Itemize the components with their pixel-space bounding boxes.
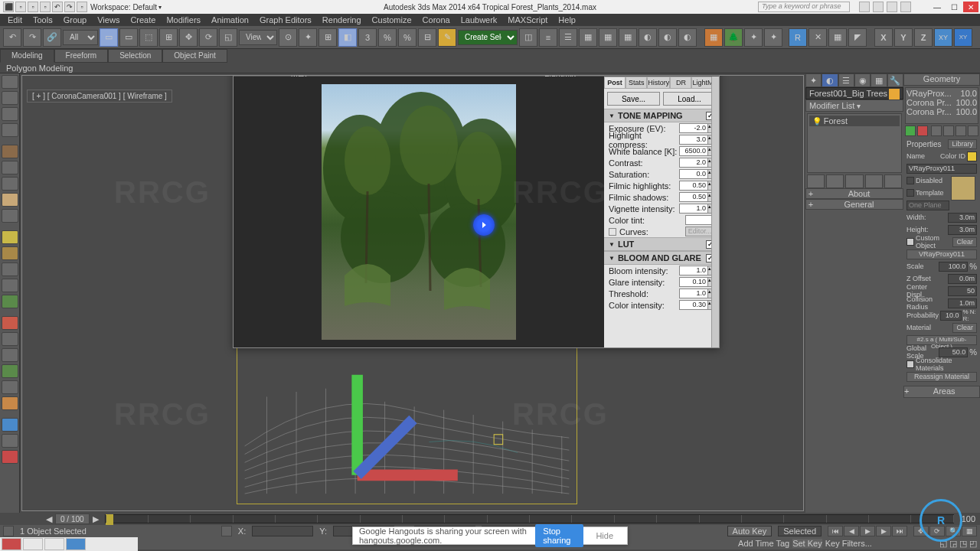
corona-lightmix-button[interactable]: Interactive LightMix: [538, 75, 598, 76]
pack-button[interactable]: ▦: [704, 28, 723, 47]
hammer-icon[interactable]: ✦: [744, 28, 763, 47]
remove-mod-icon[interactable]: [865, 174, 883, 188]
bloom-input[interactable]: 1.0: [679, 266, 708, 276]
corona-tomax-icon[interactable]: [275, 75, 284, 76]
goto-start-icon[interactable]: ⏮: [828, 526, 843, 536]
tab-stats[interactable]: Stats: [626, 77, 647, 89]
add-icon[interactable]: [905, 126, 916, 136]
tab-modify-icon[interactable]: ◐: [822, 73, 838, 87]
ribbon-sub-label[interactable]: Polygon Modeling: [6, 64, 73, 73]
menu-edit[interactable]: Edit: [3, 15, 27, 24]
tab-hierarchy-icon[interactable]: ☰: [838, 73, 854, 87]
corona-render-icon[interactable]: [669, 75, 678, 76]
minimize-button[interactable]: —: [929, 2, 945, 12]
viewport-label[interactable]: [ + ] [ CoronaCamera001 ] [ Wireframe ]: [27, 90, 172, 103]
rotate-button[interactable]: ⟳: [199, 28, 217, 47]
colorid-swatch[interactable]: [967, 152, 977, 161]
play-icon[interactable]: ▶: [860, 526, 875, 536]
corona-region-button[interactable]: Region: [498, 75, 538, 76]
make-unique-icon[interactable]: [845, 174, 863, 188]
up-icon[interactable]: [956, 126, 966, 136]
template-checkbox[interactable]: [906, 189, 914, 197]
timeline-playhead[interactable]: [106, 514, 113, 525]
redo-button[interactable]: ↷: [23, 28, 41, 47]
tab-motion-icon[interactable]: ◉: [854, 73, 871, 87]
corona-stop-button[interactable]: Stop: [639, 75, 669, 76]
render-prod-button[interactable]: ◐: [678, 28, 697, 47]
modifier-item-forest[interactable]: 💡 Forest: [809, 116, 900, 126]
x-input[interactable]: [252, 526, 313, 536]
forest-button[interactable]: 🌲: [724, 28, 743, 47]
lt-clip-icon[interactable]: [2, 246, 18, 260]
modifier-stack[interactable]: 💡 Forest: [807, 113, 902, 173]
schematic-button[interactable]: ▦: [599, 28, 617, 47]
axis-z-button[interactable]: Z: [914, 28, 933, 47]
prob-input[interactable]: 10.0: [940, 311, 961, 321]
menu-create[interactable]: Create: [126, 15, 160, 24]
lt-pick-icon[interactable]: [2, 177, 18, 191]
custom-obj-radio[interactable]: [906, 238, 914, 246]
menu-laubwerk[interactable]: Laubwerk: [456, 15, 502, 24]
axis-xyz-button[interactable]: XY: [954, 28, 972, 47]
taskbar-app-1[interactable]: [2, 538, 21, 550]
timeline-track[interactable]: [105, 514, 954, 523]
ribbon-tab-objectpaint[interactable]: Object Paint: [162, 49, 227, 63]
corona-ir-icon[interactable]: [598, 75, 607, 76]
timeline[interactable]: ◀ 0 / 100 ▶ 100: [43, 513, 980, 525]
angle-snap-button[interactable]: 3: [358, 28, 377, 47]
undo-icon[interactable]: ↶: [52, 2, 63, 12]
viewport[interactable]: [ + ] [ CoronaCamera001 ] [ Wireframe ] …: [21, 75, 804, 511]
globalscale-input[interactable]: 50.0: [939, 347, 968, 357]
ribbon-tab-modeling[interactable]: Modeling: [0, 49, 54, 63]
question-icon[interactable]: [900, 2, 911, 12]
corona-region-icon[interactable]: [489, 75, 498, 76]
corona-stop-icon[interactable]: [629, 75, 639, 76]
mirror-button[interactable]: ◫: [519, 28, 537, 47]
refcoord-dropdown[interactable]: View: [239, 30, 277, 45]
object-color-swatch[interactable]: [889, 89, 900, 99]
lt-hand-icon[interactable]: [2, 193, 18, 207]
corona-render-view[interactable]: [234, 77, 604, 347]
tool-button-b[interactable]: ▦: [828, 28, 847, 47]
menu-customize[interactable]: Customize: [368, 15, 416, 24]
close-button[interactable]: ✕: [963, 2, 978, 12]
library-button[interactable]: Library: [948, 139, 977, 149]
menu-rendering[interactable]: Rendering: [318, 15, 366, 24]
lt-star-icon[interactable]: [2, 279, 18, 292]
select-region-button[interactable]: ⬚: [139, 28, 158, 47]
menu-help[interactable]: Help: [554, 15, 580, 24]
name-input[interactable]: VRayProxy011: [906, 164, 977, 174]
open-icon[interactable]: ▫: [28, 2, 38, 12]
menu-corona[interactable]: Corona: [418, 15, 455, 24]
corona-tomax-button[interactable]: > Max: [285, 75, 314, 76]
zoffset-input[interactable]: 0.0m: [948, 274, 977, 284]
menu-views[interactable]: Views: [93, 15, 124, 24]
manip-button[interactable]: ✦: [299, 28, 317, 47]
new-icon[interactable]: ▫: [15, 2, 26, 12]
centerdispl-input[interactable]: 50: [948, 286, 977, 296]
delete-icon[interactable]: [917, 126, 928, 136]
menu-group[interactable]: Group: [59, 15, 92, 24]
lt-box-icon[interactable]: [2, 145, 18, 158]
curves-checkbox[interactable]: [609, 228, 616, 236]
edit-sel-button[interactable]: ✎: [438, 28, 456, 47]
keymode-button[interactable]: ⊞: [318, 28, 337, 47]
lt-brush-icon[interactable]: [2, 316, 18, 330]
lt-rec-icon[interactable]: [2, 450, 18, 464]
wand-icon[interactable]: ✦: [764, 28, 782, 47]
corona-refresh-icon[interactable]: [360, 75, 369, 76]
menu-maxscript[interactable]: MAXScript: [503, 15, 552, 24]
mtl-editor-button[interactable]: ▦: [619, 28, 637, 47]
lt-play-icon[interactable]: [2, 434, 18, 448]
copy-icon[interactable]: [931, 126, 942, 136]
goto-end-icon[interactable]: ⏭: [892, 526, 907, 536]
link-button[interactable]: 🔗: [43, 28, 61, 47]
maximize-button[interactable]: ☐: [946, 2, 962, 12]
lt-blue-icon[interactable]: [2, 418, 18, 432]
corona-save-icon[interactable]: [234, 75, 243, 76]
vignette-input[interactable]: 1.0: [679, 204, 708, 214]
rollout-about[interactable]: +About: [805, 188, 903, 199]
corona-copy-button[interactable]: Ctrl+C: [323, 75, 360, 76]
selection-filter-dropdown[interactable]: All: [63, 30, 98, 45]
width-input[interactable]: 3.0m: [948, 213, 977, 223]
